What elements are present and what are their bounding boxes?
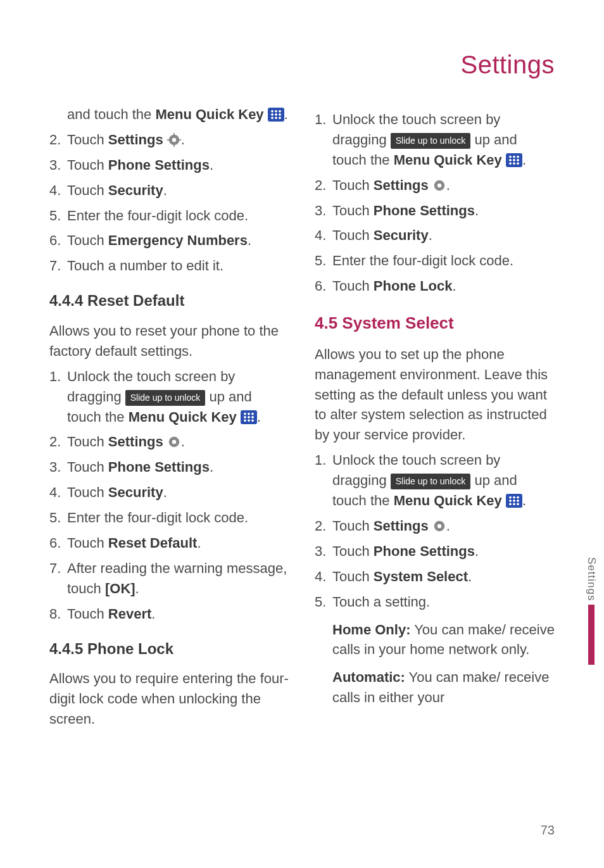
slide-unlock-chip: Slide up to unlock (391, 133, 471, 149)
side-tab-label: Settings (585, 557, 598, 601)
page-title: Settings (49, 51, 555, 79)
section-heading-445: 4.4.5 Phone Lock (49, 638, 289, 660)
text: . (446, 177, 450, 193)
text: Touch (332, 543, 374, 559)
text: and touch the (67, 106, 155, 122)
side-tab: Settings (579, 557, 604, 665)
text: Touch (67, 535, 108, 551)
phone-settings-label: Phone Settings (374, 543, 475, 559)
text: . (248, 232, 251, 248)
home-only-label: Home Only: (332, 622, 410, 638)
list-item: 2.Touch Settings . (49, 130, 289, 150)
text: . (210, 157, 213, 173)
left-column: and touch the Menu Quick Key . 2.Touch S… (49, 104, 289, 734)
list-item: 5.Enter the four-digit lock code. (315, 251, 555, 271)
option-block: Automatic: You can make/ receive calls i… (315, 667, 555, 708)
svg-rect-5 (179, 139, 181, 141)
text: Touch (67, 484, 108, 500)
step-number: 5. (315, 251, 332, 271)
text: . (163, 182, 167, 198)
text: Enter the four-digit lock code. (332, 251, 555, 271)
text: . (181, 434, 185, 450)
list-item: 6.Touch Phone Lock. (315, 276, 555, 296)
text: . (453, 278, 456, 294)
ok-label: [OK] (105, 581, 135, 596)
section-intro: Allows you to set up the phone managemen… (315, 344, 555, 445)
menu-quick-key-label: Menu Quick Key (394, 152, 506, 168)
text: . (181, 132, 185, 148)
step-number: 4. (315, 225, 332, 246)
step-number: 7. (49, 256, 67, 276)
text: Touch (332, 177, 374, 193)
reset-default-label: Reset Default (108, 535, 198, 551)
text: Touch (332, 203, 374, 218)
step-number: 4. (49, 180, 67, 201)
text: . (429, 227, 432, 243)
section-heading-45: 4.5 System Select (315, 311, 555, 336)
gear-icon (432, 178, 446, 192)
security-label: Security (108, 182, 163, 198)
step-number: 6. (49, 230, 67, 251)
menu-quick-key-icon (506, 153, 522, 167)
svg-rect-2 (173, 133, 175, 135)
list-item: 4.Touch Security. (49, 180, 289, 201)
text: Touch (332, 569, 374, 584)
text: Touch (332, 518, 374, 534)
text: . (284, 106, 288, 122)
revert-label: Revert (108, 606, 151, 622)
menu-quick-key-label: Menu Quick Key (155, 106, 267, 122)
text: After reading the warning message, touch (67, 560, 287, 596)
list-item: 2.Touch Settings . (49, 432, 289, 452)
list-item: 4.Touch System Select. (315, 567, 555, 587)
svg-point-9 (437, 183, 441, 187)
svg-rect-3 (173, 144, 175, 147)
content-columns: and touch the Menu Quick Key . 2.Touch S… (49, 104, 555, 734)
system-select-label: System Select (374, 569, 468, 584)
settings-label: Settings (374, 177, 432, 193)
text: Touch (67, 434, 108, 450)
step-number: 5. (315, 592, 332, 612)
step-number: 8. (49, 604, 67, 624)
menu-quick-key-icon (241, 410, 257, 424)
step-number: 2. (315, 516, 332, 536)
list-item: 5.Touch a setting. (315, 592, 555, 612)
text: . (151, 606, 155, 622)
menu-quick-key-label: Menu Quick Key (129, 409, 241, 425)
list-item: 1.Unlock the touch screen by dragging Sl… (315, 450, 555, 511)
text: . (468, 569, 472, 584)
phone-settings-label: Phone Settings (108, 157, 210, 173)
menu-quick-key-icon (268, 108, 284, 122)
step-number: 3. (315, 201, 332, 221)
list-item: 3.Touch Phone Settings. (49, 457, 289, 477)
text: . (197, 535, 201, 551)
gear-icon (167, 132, 181, 146)
step-number: 3. (49, 155, 67, 175)
section-intro: Allows you to reset your phone to the fa… (49, 321, 289, 362)
settings-label: Settings (108, 132, 167, 148)
text: Touch (67, 182, 108, 198)
phone-settings-label: Phone Settings (374, 203, 475, 218)
step-number: 3. (49, 457, 67, 477)
settings-label: Settings (108, 434, 167, 450)
step-number: 2. (49, 130, 67, 150)
text: . (446, 518, 450, 534)
list-item: 7.Touch a number to edit it. (49, 256, 289, 276)
list-item: 5.Enter the four-digit lock code. (49, 206, 289, 226)
step-number: 3. (315, 541, 332, 562)
right-column: 1.Unlock the touch screen by dragging Sl… (315, 104, 555, 734)
automatic-label: Automatic: (332, 669, 405, 685)
text: Touch (332, 227, 374, 243)
list-item: 6.Touch Reset Default. (49, 533, 289, 553)
side-tab-bar (588, 605, 595, 665)
list-item: 8.Touch Revert. (49, 604, 289, 624)
svg-point-11 (437, 524, 441, 528)
text: . (522, 152, 526, 168)
svg-point-7 (172, 440, 176, 444)
list-item: 7.After reading the warning message, tou… (49, 558, 289, 599)
option-block: Home Only: You can make/ receive calls i… (315, 620, 555, 660)
step-number: 5. (49, 508, 67, 528)
step-number: 1. (315, 450, 332, 511)
list-item: 3.Touch Phone Settings. (49, 155, 289, 175)
section-intro: Allows you to require entering the four-… (49, 669, 289, 729)
text: Touch (67, 157, 108, 173)
